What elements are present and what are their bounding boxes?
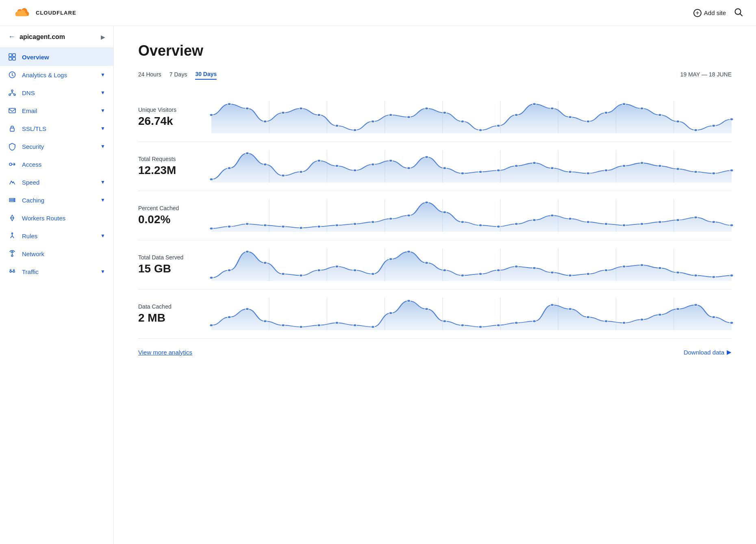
metric-info: Unique Visitors 26.74k [138,107,203,128]
svg-point-51 [568,116,572,118]
svg-point-20 [13,271,15,272]
metric-row-unique-visitors: Unique Visitors 26.74k [138,93,732,142]
svg-point-116 [371,221,375,223]
traffic-icon [8,268,16,276]
svg-point-168 [622,265,626,268]
sidebar-item-security[interactable]: Security ▼ [0,137,113,155]
svg-point-155 [389,258,393,260]
sidebar-item-workers-routes[interactable]: Workers Routes [0,209,113,227]
nav-label: Speed [22,179,39,186]
metric-chart-total-requests [211,150,732,183]
analytics-logs-icon [8,71,16,79]
svg-point-15 [14,199,15,200]
metric-info: Total Requests 12.23M [138,156,203,177]
svg-point-193 [389,312,393,314]
svg-point-136 [730,224,734,226]
svg-point-50 [550,107,554,110]
svg-point-107 [210,227,213,230]
sidebar-item-rules[interactable]: Rules ▼ [0,227,113,245]
svg-point-57 [676,120,680,123]
sidebar-item-ssl-tls[interactable]: SSL/TLS ▼ [0,120,113,137]
page-title: Overview [138,42,732,59]
svg-point-119 [425,201,428,204]
sidebar-item-dns[interactable]: DNS ▼ [0,84,113,102]
svg-point-188 [299,326,303,328]
metric-row-total-data-served: Total Data Served 15 GB [138,240,732,289]
metric-row-total-requests: Total Requests 12.23M [138,142,732,191]
nav-label: Network [22,250,44,257]
sidebar-item-speed[interactable]: Speed ▼ [0,173,113,191]
svg-point-124 [515,223,518,225]
svg-point-194 [407,300,411,302]
svg-point-163 [532,267,536,269]
svg-rect-11 [10,128,14,131]
back-button[interactable]: ← [8,33,15,41]
svg-point-48 [515,114,518,116]
svg-point-173 [712,276,716,278]
nav-label: Security [22,143,44,150]
metric-row-data-cached: Data Cached 2 MB [138,289,732,339]
svg-point-77 [353,169,357,172]
svg-point-85 [497,169,500,172]
search-button[interactable] [734,8,743,18]
svg-point-127 [568,218,572,220]
svg-point-174 [730,274,734,277]
time-selector: 24 Hours7 Days30 Days 19 MAY — 18 JUNE [138,69,732,80]
sidebar-item-email[interactable]: Email ▼ [0,102,113,120]
svg-point-183 [210,324,213,326]
svg-point-74 [299,171,303,173]
svg-point-114 [335,224,339,226]
svg-point-96 [694,171,697,173]
svg-point-201 [532,320,536,322]
nav-item-left: Access [8,160,41,168]
svg-point-171 [676,271,680,274]
add-site-button[interactable]: + Add site [693,9,726,17]
sidebar: ← apicagent.com ▶ Overview Analytics & L… [0,26,114,544]
svg-point-115 [353,223,357,225]
svg-point-210 [694,304,697,306]
nav-item-left: Security [8,142,44,150]
metric-info: Total Data Served 15 GB [138,254,203,275]
metric-value: 12.23M [138,164,203,177]
metric-chart-unique-visitors [211,101,732,133]
metrics-list: Unique Visitors 26.74k Total Requests 12… [138,93,732,339]
svg-point-78 [371,163,375,165]
svg-point-110 [263,224,267,226]
time-tab-30-days[interactable]: 30 Days [195,69,217,80]
svg-point-39 [353,129,357,131]
svg-point-149 [281,273,285,275]
metric-label: Percent Cached [138,205,203,211]
svg-point-184 [228,316,231,318]
svg-point-54 [622,103,626,105]
svg-point-153 [353,269,357,272]
svg-point-197 [461,324,465,326]
svg-point-21 [10,270,11,271]
svg-point-41 [389,114,393,116]
nav-label: SSL/TLS [22,125,46,132]
time-tab-7-days[interactable]: 7 Days [169,69,187,80]
svg-point-133 [676,219,680,221]
svg-point-120 [443,211,447,213]
svg-point-35 [281,111,285,114]
site-header-left: ← apicagent.com [8,33,65,41]
sidebar-item-traffic[interactable]: Traffic ▼ [0,263,113,281]
svg-point-187 [281,324,285,326]
download-data-link[interactable]: Download data ▶ [684,348,732,356]
nav-label: Email [22,107,37,114]
view-more-link[interactable]: View more analytics [138,349,192,356]
sidebar-item-caching[interactable]: Caching ▼ [0,191,113,209]
svg-point-92 [622,165,626,167]
add-icon: + [693,9,702,17]
access-icon [8,160,16,168]
sidebar-item-access[interactable]: Access [0,155,113,173]
metric-chart-total-data-served [211,248,732,281]
time-tab-24-hours[interactable]: 24 Hours [138,69,161,80]
network-icon [8,250,16,258]
sidebar-item-network[interactable]: Network [0,245,113,263]
svg-point-206 [622,322,626,324]
sidebar-item-overview[interactable]: Overview [0,48,113,66]
ssl-tls-icon [8,124,16,133]
download-arrow-icon: ▶ [727,348,732,356]
sidebar-item-analytics-logs[interactable]: Analytics & Logs ▼ [0,66,113,84]
svg-point-156 [407,250,411,253]
